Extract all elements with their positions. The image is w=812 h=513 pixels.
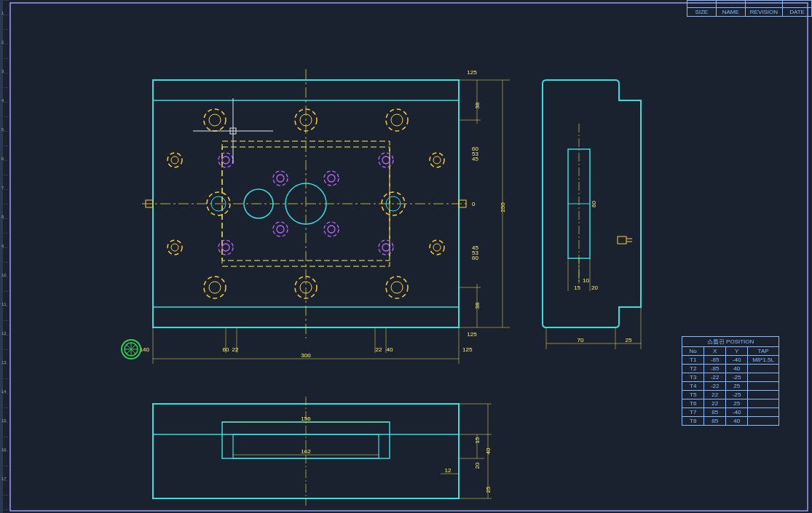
svg-text:40: 40	[387, 346, 393, 353]
svg-point-57	[324, 222, 339, 236]
front-view: 250 38 38 125 125 60 53 45 0 45 53 60 30…	[140, 69, 510, 364]
svg-text:45: 45	[472, 156, 478, 162]
svg-point-36	[430, 153, 444, 167]
svg-text:70: 70	[578, 337, 584, 343]
svg-text:10: 10	[1, 273, 7, 277]
cad-drawing-canvas[interactable]: 123 456 789 101112 131415 1617	[0, 0, 812, 513]
svg-point-66	[222, 156, 229, 164]
svg-point-30	[386, 109, 408, 131]
svg-text:125: 125	[467, 69, 477, 76]
svg-text:60: 60	[591, 201, 597, 207]
ruler-bottom-strip	[0, 0, 3, 513]
title-block: SIZE NAME REVISION DATE	[687, 0, 812, 17]
green-marker-icon	[122, 340, 141, 359]
svg-text:25: 25	[626, 337, 632, 343]
svg-point-38	[209, 114, 221, 126]
svg-point-33	[386, 277, 408, 298]
svg-point-63	[328, 175, 335, 182]
svg-text:15: 15	[1, 418, 7, 423]
svg-text:40: 40	[485, 448, 492, 454]
dim-38b: 38	[474, 302, 481, 309]
svg-point-28	[204, 109, 226, 131]
svg-point-35	[167, 240, 182, 255]
table-row: T3-22-25	[682, 373, 779, 382]
svg-point-65	[328, 226, 335, 233]
svg-text:60: 60	[223, 346, 229, 353]
table-row: T2-8540	[682, 365, 779, 373]
svg-point-31	[204, 277, 226, 298]
svg-point-41	[209, 282, 221, 293]
svg-text:15: 15	[474, 437, 481, 443]
svg-text:17: 17	[1, 477, 7, 481]
svg-point-67	[382, 156, 390, 164]
svg-point-55	[324, 171, 339, 186]
svg-text:13: 13	[1, 360, 7, 365]
svg-text:15: 15	[574, 285, 580, 291]
tb-name: NAME	[716, 8, 745, 17]
svg-point-58	[218, 153, 233, 167]
svg-point-64	[277, 226, 284, 233]
svg-point-62	[277, 175, 284, 182]
svg-point-47	[433, 244, 441, 251]
svg-text:12: 12	[1, 331, 7, 335]
svg-text:25: 25	[485, 486, 492, 493]
svg-text:125: 125	[467, 331, 477, 338]
svg-text:10: 10	[583, 277, 589, 284]
svg-text:22: 22	[232, 346, 239, 353]
svg-point-43	[391, 282, 403, 293]
svg-point-44	[171, 156, 178, 164]
table-row: T522-25	[682, 391, 779, 399]
svg-text:11: 11	[1, 302, 7, 306]
svg-point-34	[167, 153, 182, 167]
svg-text:60: 60	[472, 255, 478, 261]
svg-text:156: 156	[301, 415, 311, 422]
svg-text:20: 20	[591, 285, 598, 291]
svg-text:0: 0	[472, 201, 476, 207]
crosshair-cursor-icon	[193, 98, 273, 164]
svg-point-61	[379, 240, 393, 255]
position-table-title: 스톱핀 POSITION	[682, 337, 779, 347]
svg-text:16: 16	[1, 448, 7, 452]
svg-point-60	[218, 240, 233, 255]
svg-text:162: 162	[301, 448, 311, 455]
svg-point-56	[273, 222, 288, 236]
svg-point-46	[433, 156, 441, 164]
section-view: 156 162 40 15 20 25 12	[153, 397, 492, 506]
svg-text:300: 300	[301, 352, 311, 359]
svg-point-54	[273, 171, 288, 186]
svg-text:125: 125	[462, 346, 473, 353]
svg-point-45	[171, 244, 178, 251]
table-row: T62225	[682, 399, 779, 408]
tb-size: SIZE	[687, 8, 716, 17]
table-row: T88540	[682, 417, 779, 426]
side-view: 70 25 10 15 20 60	[543, 80, 641, 349]
svg-text:20: 20	[474, 462, 481, 469]
svg-rect-111	[618, 236, 626, 244]
tb-date: DATE	[783, 8, 812, 17]
svg-point-68	[222, 244, 229, 251]
tb-rev: REVISION	[745, 8, 782, 17]
table-row: T1-85-40M8*1.5L	[682, 356, 779, 365]
position-table: 스톱핀 POSITION No X Y TAP T1-85-40M8*1.5LT…	[682, 336, 779, 426]
svg-point-59	[379, 153, 393, 167]
table-row: T4-2225	[682, 382, 779, 391]
svg-point-40	[391, 114, 403, 126]
svg-text:14: 14	[1, 389, 7, 394]
dim-38a: 38	[474, 102, 481, 108]
svg-text:22: 22	[376, 346, 382, 353]
dim-250: 250	[500, 202, 506, 212]
svg-point-37	[430, 240, 444, 255]
table-row: T785-40	[682, 408, 779, 417]
svg-point-69	[382, 244, 390, 251]
svg-text:12: 12	[445, 467, 452, 474]
